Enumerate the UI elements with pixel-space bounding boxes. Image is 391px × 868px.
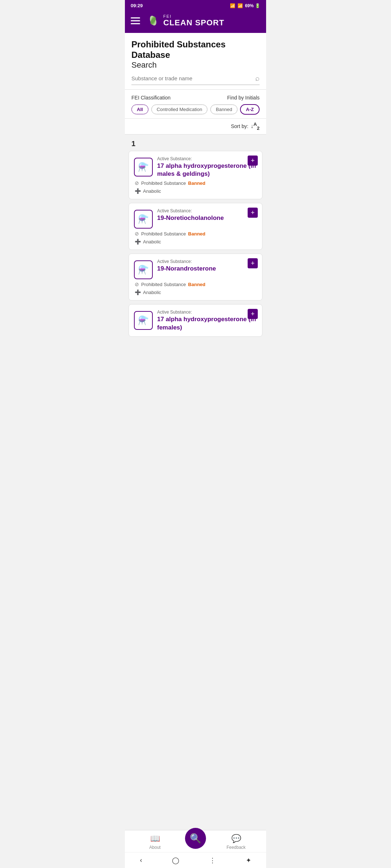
- app-header: FEI CLEAN SPORT: [125, 10, 266, 33]
- substance-cards: + ⚗️ Active Substance: 17 alpha hydroxyp…: [125, 151, 266, 301]
- substance-card: + ⚗️ Active Substance: 17 alpha hydroxyp…: [129, 151, 262, 199]
- expand-button[interactable]: +: [248, 208, 258, 218]
- substance-name: 17 alpha hydroxyprogesterone (in males &…: [157, 162, 258, 178]
- prohibited-detail: ⊘ Prohibited Substance Banned: [135, 281, 258, 287]
- category-icon: ➕: [135, 289, 141, 295]
- prohibited-label: Prohibited Substance: [141, 282, 186, 287]
- category-detail: ➕ Anabolic: [135, 289, 258, 295]
- cards-section-bottom: + ⚗️ Active Substance: 17 alpha hydroxyp…: [125, 304, 266, 380]
- expand-button[interactable]: +: [248, 258, 258, 268]
- substance-card: + ⚗️ Active Substance: 19-Noretiocholano…: [129, 203, 262, 250]
- filter-section: FEI Classification Find by Initials All …: [125, 90, 266, 119]
- flask-icon-wrap: ⚗️: [134, 311, 153, 330]
- section-number: 1: [125, 135, 266, 151]
- status-icons: 📶 📶 69% 🔋: [230, 3, 260, 8]
- filter-row: FEI Classification Find by Initials: [131, 95, 260, 101]
- sort-icon[interactable]: ↓A2: [251, 122, 260, 131]
- battery-icon: 69% 🔋: [245, 3, 260, 8]
- flask-icon: ⚗️: [138, 315, 149, 326]
- wifi-icon: 📶: [230, 3, 235, 8]
- chip-banned[interactable]: Banned: [210, 105, 237, 114]
- flask-icon: ⚗️: [138, 214, 149, 224]
- substance-card-partial: + ⚗️ Active Substance: 17 alpha hydroxyp…: [129, 304, 262, 337]
- status-badge: Banned: [188, 231, 206, 237]
- substance-name: 19-Norandrosterone: [157, 265, 258, 273]
- chip-all[interactable]: All: [131, 105, 148, 114]
- logo-leaf-icon: [146, 14, 160, 27]
- active-substance-label: Active Substance:: [157, 310, 258, 315]
- card-top: ⚗️ Active Substance: 17 alpha hydroxypro…: [134, 156, 258, 178]
- status-bar: 09:29 📶 📶 69% 🔋: [125, 0, 266, 10]
- category-label: Anabolic: [143, 239, 161, 244]
- active-substance-label: Active Substance:: [157, 259, 258, 264]
- az-button[interactable]: A-Z: [240, 104, 260, 115]
- category-detail: ➕ Anabolic: [135, 188, 258, 194]
- app-title: CLEAN SPORT: [163, 18, 224, 27]
- card-top: ⚗️ Active Substance: 19-Norandrosterone: [134, 259, 258, 279]
- category-label: Anabolic: [143, 188, 161, 194]
- category-icon: ➕: [135, 239, 141, 244]
- card-text: Active Substance: 19-Noretiocholanolone: [157, 208, 258, 222]
- search-input-wrap: ⌕: [131, 74, 260, 85]
- prohibited-detail: ⊘ Prohibited Substance Banned: [135, 231, 258, 237]
- category-detail: ➕ Anabolic: [135, 239, 258, 244]
- status-badge: Banned: [188, 180, 206, 186]
- category-icon: ➕: [135, 188, 141, 194]
- substance-card: + ⚗️ Active Substance: 19-Norandrosteron…: [129, 254, 262, 301]
- app-logo: FEI CLEAN SPORT: [146, 14, 224, 27]
- classification-chips: All Controlled Medication Banned: [131, 105, 237, 114]
- status-time: 09:29: [131, 3, 143, 8]
- filter-label: FEI Classification: [131, 95, 171, 101]
- active-substance-label: Active Substance:: [157, 156, 258, 161]
- status-badge: Banned: [188, 282, 206, 287]
- active-substance-label: Active Substance:: [157, 208, 258, 213]
- category-label: Anabolic: [143, 290, 161, 295]
- sort-label: Sort by:: [231, 123, 248, 129]
- search-input[interactable]: [131, 75, 255, 81]
- expand-button[interactable]: +: [248, 156, 258, 166]
- flask-icon-wrap: ⚗️: [134, 210, 153, 229]
- filter-chips: All Controlled Medication Banned A-Z: [131, 104, 260, 115]
- card-top: ⚗️ Active Substance: 19-Noretiocholanolo…: [134, 208, 258, 229]
- search-section: ⌕: [125, 74, 266, 90]
- card-text: Active Substance: 17 alpha hydroxyproges…: [157, 310, 258, 331]
- sort-row: Sort by: ↓A2: [125, 119, 266, 135]
- signal-icon: 📶: [237, 3, 243, 8]
- page-title-section: Prohibited Substances Database Search: [125, 33, 266, 74]
- page-title: Prohibited Substances Database: [131, 39, 260, 60]
- prohibited-icon: ⊘: [135, 180, 139, 186]
- prohibited-label: Prohibited Substance: [141, 180, 186, 186]
- find-initials-label: Find by Initials: [227, 95, 260, 101]
- flask-icon: ⚗️: [138, 162, 149, 172]
- card-text: Active Substance: 17 alpha hydroxyproges…: [157, 156, 258, 178]
- flask-icon-wrap: ⚗️: [134, 260, 153, 279]
- substance-name: 19-Noretiocholanolone: [157, 214, 258, 222]
- flask-icon: ⚗️: [138, 265, 149, 275]
- prohibited-detail: ⊘ Prohibited Substance Banned: [135, 180, 258, 186]
- page-subtitle: Search: [131, 60, 260, 70]
- substance-name: 17 alpha hydroxyprogesterone (in females…: [157, 315, 258, 331]
- expand-button[interactable]: +: [248, 309, 258, 319]
- flask-icon-wrap: ⚗️: [134, 158, 153, 176]
- card-text: Active Substance: 19-Norandrosterone: [157, 259, 258, 273]
- prohibited-icon: ⊘: [135, 231, 139, 237]
- prohibited-icon: ⊘: [135, 281, 139, 287]
- chip-controlled[interactable]: Controlled Medication: [151, 105, 208, 114]
- search-button[interactable]: ⌕: [255, 74, 260, 82]
- prohibited-label: Prohibited Substance: [141, 231, 186, 237]
- hamburger-menu[interactable]: [131, 17, 140, 24]
